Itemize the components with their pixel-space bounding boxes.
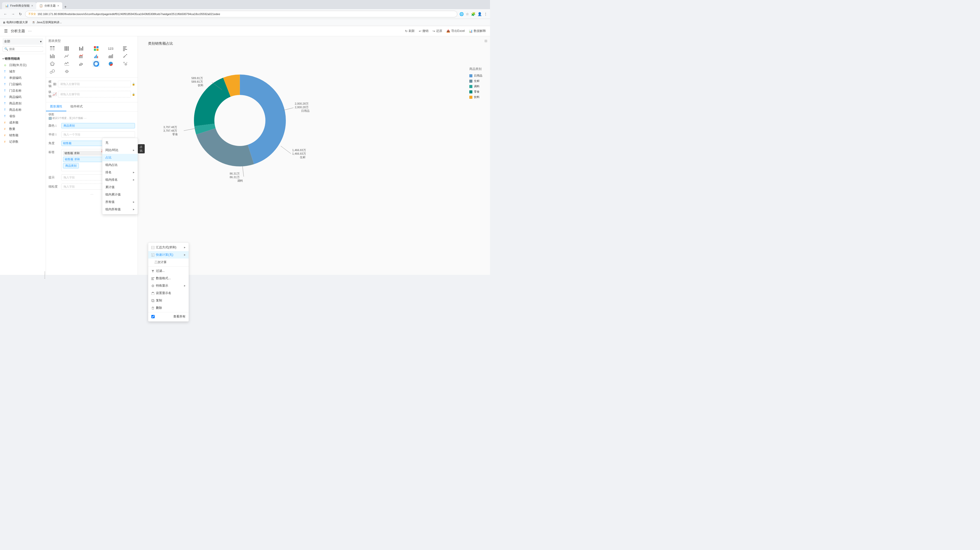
forward-button[interactable]: → [10, 11, 16, 17]
svg-rect-8 [68, 46, 68, 51]
menu-icon[interactable]: ⋮ [484, 12, 487, 16]
sidebar-item-cost[interactable]: # 成本额 [0, 119, 46, 126]
color-tag[interactable]: 商品类别 [61, 123, 135, 129]
sidebar-item-product-name[interactable]: T 商品名称 [0, 107, 46, 113]
sub-menu-group-rank[interactable]: 组内排名 ▶ [102, 176, 138, 183]
sidebar: 全部 ▾ 🔍 ⊕ ▾ 销售明细表 ⊙ 日期(年月日) [0, 36, 46, 275]
chart-type-line[interactable] [63, 53, 71, 59]
chart-type-area[interactable] [107, 53, 115, 59]
app-more-icon[interactable]: ⋯ [28, 29, 32, 33]
product-name-icon: T [4, 108, 8, 111]
riyong-value1: 2,000.28万 [295, 102, 309, 105]
chart-type-number[interactable]: 123 [107, 45, 115, 52]
sales-icon: # [4, 134, 8, 137]
sub-menu-cumsum[interactable]: 累计值 [102, 183, 138, 191]
sidebar-item-store-name[interactable]: T 门店名称 [0, 87, 46, 94]
chart-type-line2[interactable] [63, 60, 71, 67]
chart-type-hbar[interactable] [121, 45, 129, 52]
menu-item-format[interactable]: 数值格式... [148, 275, 189, 275]
chart-type-scatter[interactable] [121, 53, 129, 59]
search-input[interactable] [9, 48, 45, 51]
bookmark-2[interactable]: ☕ Java互联网架构讲... [32, 21, 62, 24]
y-axis-lock-icon[interactable]: 🔒 [132, 93, 135, 96]
cost-label: 成本额 [9, 121, 18, 125]
undo-action[interactable]: ↩ 撤销 [419, 29, 428, 33]
sub-menu-none[interactable]: 无 [102, 139, 138, 146]
sidebar-item-date[interactable]: ⊙ 日期(年月日) [0, 62, 46, 68]
chart-type-vbar[interactable] [48, 53, 56, 59]
export-excel-action[interactable]: 📤 导出Excel [446, 29, 465, 33]
legend-fresh-color [469, 79, 473, 83]
bookmark-1[interactable]: 🖥 电商618数据大屏 [3, 21, 28, 24]
chart-type-table[interactable] [48, 45, 56, 52]
menu-item-filter[interactable]: 过滤... [148, 267, 189, 275]
x-axis-drop[interactable]: 请拖入左侧字段 [58, 81, 131, 87]
svg-rect-40 [81, 63, 81, 66]
data-explain-action[interactable]: 📊 数据解释 [469, 29, 486, 33]
chart-type-crosstab[interactable] [63, 45, 71, 52]
sub-menu-rank[interactable]: 排名 ▶ [102, 169, 138, 176]
address-text[interactable]: 192.168.171.80:8080/finebi/decision/v5/c… [38, 13, 454, 16]
back-button[interactable]: ← [3, 11, 8, 17]
sub-menu-ratio[interactable]: 占比 [102, 154, 138, 161]
yinliao-name: 饮料 [197, 84, 204, 87]
chart-type-map[interactable] [63, 68, 71, 75]
sub-menu-group-allvalues[interactable]: 组内所有值 ▶ [102, 206, 138, 213]
new-tab-button[interactable]: + [62, 5, 68, 9]
chart-type-bar[interactable] [78, 45, 85, 52]
user-icon[interactable]: 👤 [477, 12, 482, 16]
records-icon: # [4, 140, 8, 143]
chart-type-section: 图表类型 [46, 36, 138, 78]
sidebar-dropdown[interactable]: 全部 ▾ [3, 38, 43, 45]
tab-2[interactable]: 📋 分析主题 ✕ [36, 2, 62, 9]
sidebar-item-order-code[interactable]: T 单据编码 [0, 75, 46, 81]
svg-rect-30 [97, 56, 98, 58]
sidebar-item-store-code[interactable]: T 门店编码 [0, 81, 46, 87]
menu-item-aggregate[interactable]: 汇总方式(求和) ▶ [148, 244, 189, 251]
hint-expand[interactable]: ⋯ [84, 117, 86, 120]
chart-fullscreen-icon[interactable]: ⊞ [484, 39, 487, 43]
svg-rect-5 [52, 49, 55, 50]
refresh-action[interactable]: ↻ 刷新 [405, 29, 415, 33]
label-product-type[interactable]: 商品类别 [63, 163, 79, 168]
sidebar-item-sales[interactable]: # 销售额 [0, 132, 46, 138]
sidebar-item-city[interactable]: T 城市 [0, 68, 46, 75]
bookmark-icon[interactable]: ☆ [466, 12, 469, 16]
sidebar-item-records[interactable]: # 记录数 [0, 138, 46, 145]
svg-marker-58 [151, 270, 154, 272]
radius-drop[interactable]: 拖入一个字段 [61, 132, 135, 138]
refresh-button[interactable]: ↻ [18, 11, 23, 17]
chart-type-color[interactable] [92, 45, 100, 52]
y-axis-drop[interactable]: 请拖入左侧字段 [58, 91, 131, 97]
tab2-close[interactable]: ✕ [57, 4, 59, 7]
sidebar-drag-handle[interactable] [44, 272, 45, 275]
tab-component-style[interactable]: 组件样式 [66, 102, 87, 111]
sub-menu-allvalues[interactable]: 所有值 ▶ [102, 198, 138, 206]
sub-menu-group-cumsum[interactable]: 组内累计值 [102, 191, 138, 198]
tab-1[interactable]: 📊 FineBI商业智能 ✕ [2, 2, 36, 9]
translate-icon[interactable]: 🌐 [460, 12, 464, 16]
sidebar-item-quantity[interactable]: # 数量 [0, 126, 46, 132]
sidebar-item-province[interactable]: T 省份 [0, 113, 46, 119]
x-axis-lock-icon[interactable]: 🔒 [132, 83, 135, 86]
chart-type-bubble[interactable] [48, 68, 56, 75]
extensions-icon[interactable]: 🧩 [471, 12, 476, 16]
tab-graphic-props[interactable]: 图形属性 [46, 102, 66, 111]
chart-type-combo[interactable] [78, 53, 85, 59]
chart-type-radar[interactable] [48, 60, 56, 67]
chart-type-waterfall[interactable] [78, 60, 85, 67]
sidebar-group-title[interactable]: ▾ 销售明细表 [0, 56, 46, 62]
menu-item-secondary[interactable]: 二次计算 [148, 259, 189, 266]
sub-menu-group-ratio[interactable]: 组内占比 [102, 161, 138, 169]
chart-type-pie-color[interactable] [107, 60, 115, 67]
redo-action[interactable]: ↪ 还原 [433, 29, 442, 33]
chart-type-scatter2[interactable] [121, 60, 129, 67]
chart-type-donut[interactable] [92, 60, 100, 67]
tab1-close[interactable]: ✕ [31, 4, 33, 7]
chart-type-bar2[interactable] [92, 53, 100, 59]
sub-menu-yoy[interactable]: 同比/环比 ▶ [102, 146, 138, 154]
app-menu-icon[interactable]: ☰ [4, 29, 8, 33]
sidebar-item-product-code[interactable]: T 商品编码 [0, 94, 46, 100]
menu-item-quickcalc[interactable]: ∑ 快速计算(无) ▶ [148, 251, 189, 259]
sidebar-item-product-type[interactable]: T 商品类别 [0, 100, 46, 107]
